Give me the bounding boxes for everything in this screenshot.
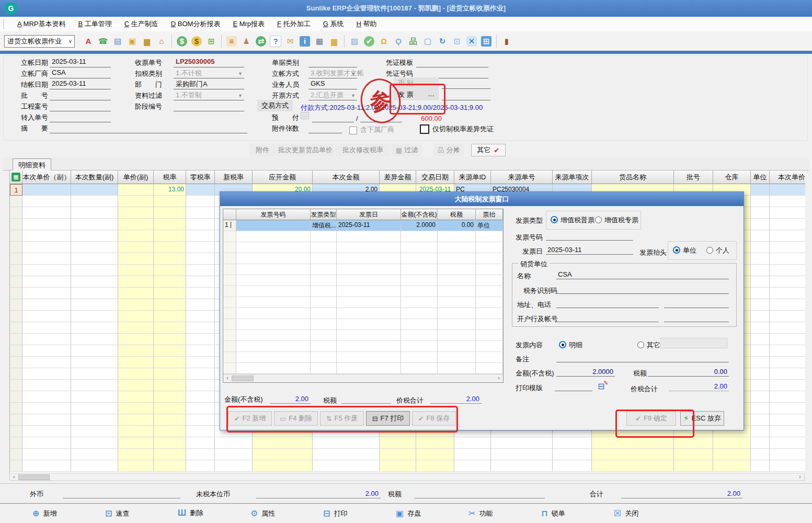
delete-button[interactable]: Ш删除: [178, 508, 203, 518]
f5-button[interactable]: ⇅F5 作废: [320, 411, 364, 426]
bank-input[interactable]: [556, 313, 659, 322]
column-header[interactable]: 发票号码: [236, 209, 311, 220]
module-select[interactable]: 进货立帐收票作业 ∨: [4, 35, 75, 48]
spellcheck-icon[interactable]: A: [81, 35, 96, 48]
monitor-icon[interactable]: ▢: [420, 35, 435, 48]
f2-button[interactable]: ✔F2 新增: [228, 411, 272, 426]
column-header[interactable]: 来源单ID: [454, 170, 491, 184]
project-no-input[interactable]: [50, 101, 111, 111]
menu-item-H[interactable]: H 帮助: [350, 19, 383, 29]
detail-grid-hscrollbar[interactable]: ‹ ›: [9, 473, 805, 481]
radio-vat-special[interactable]: 增值税专票: [595, 215, 638, 225]
menu-item-F[interactable]: F 托外加工: [271, 19, 317, 29]
cart-icon[interactable]: ⊞: [204, 35, 219, 48]
data-filter-select[interactable]: 1.不管制▼: [174, 90, 244, 100]
calculator-icon[interactable]: ▦: [312, 35, 327, 48]
bell-icon[interactable]: Ω: [376, 35, 391, 48]
cascade-icon[interactable]: ⊡: [450, 35, 464, 48]
cell[interactable]: [22, 184, 71, 196]
cell[interactable]: 1: [223, 220, 236, 231]
column-header[interactable]: 本次金额: [313, 170, 380, 184]
invoice-button[interactable]: 发 票…: [394, 89, 439, 100]
account-input[interactable]: [664, 313, 729, 322]
cell[interactable]: 13.00: [154, 184, 186, 196]
post-date-input[interactable]: 2025-03-11: [50, 58, 111, 67]
menu-item-C[interactable]: C 生产制造: [118, 19, 165, 29]
batch-modify-tax-button[interactable]: 批次修改税率: [335, 144, 391, 156]
scroll-left-icon[interactable]: ‹: [224, 374, 231, 381]
column-header[interactable]: 来源单号: [491, 170, 553, 184]
close-button[interactable]: ☒关闭: [614, 508, 638, 518]
invoice-no-input[interactable]: [546, 232, 633, 241]
print-template-input[interactable]: [555, 382, 592, 391]
menu-item-E[interactable]: E Mrp报表: [226, 19, 271, 29]
new-button[interactable]: ⊕新增: [32, 508, 56, 518]
currency-input[interactable]: [442, 79, 490, 89]
other-button[interactable]: 其它✔: [471, 144, 506, 156]
invoice-grid-hscrollbar[interactable]: ‹›: [223, 374, 503, 382]
phone-icon[interactable]: ☎: [96, 35, 110, 48]
tax-diff-checkbox[interactable]: [420, 124, 429, 134]
menu-item-G[interactable]: G 系统: [317, 19, 350, 29]
voucher-template-input[interactable]: [416, 58, 488, 67]
sitemap-icon[interactable]: 品: [406, 35, 420, 48]
salesperson-input[interactable]: GKS: [308, 79, 357, 89]
post-mode-select[interactable]: 3.收到发票才立帐▼: [308, 69, 357, 78]
doc-type-input[interactable]: [308, 58, 357, 67]
cell[interactable]: 2.0000: [401, 220, 438, 231]
excel-export-icon[interactable]: ▦: [10, 170, 22, 184]
cell[interactable]: 增值税…: [311, 220, 337, 231]
chevron-down-icon[interactable]: ∨: [68, 38, 74, 44]
remark-input[interactable]: [556, 354, 729, 362]
column-header[interactable]: 交易日期: [416, 170, 454, 184]
column-header[interactable]: 发票日: [337, 209, 401, 220]
column-header[interactable]: 批号: [674, 170, 713, 184]
scroll-right-icon[interactable]: ›: [796, 473, 804, 480]
cell[interactable]: 2025-03-11: [337, 220, 401, 231]
cell[interactable]: [186, 184, 215, 196]
panel-tax-input[interactable]: 0.00: [648, 368, 729, 377]
search-icon[interactable]: Ϙ: [391, 35, 406, 48]
menu-item-D[interactable]: D BOM分析报表: [165, 19, 227, 29]
f7-button[interactable]: ⊟F7 打印: [366, 411, 410, 426]
attachment-button[interactable]: 附件: [249, 144, 276, 156]
exit-door-icon[interactable]: ▮: [499, 35, 514, 48]
receipt-no-input[interactable]: LP25030005: [174, 58, 244, 67]
help-doc-icon[interactable]: ?: [268, 35, 283, 48]
restore-icon[interactable]: ⊞: [479, 35, 494, 48]
tax-type-select[interactable]: 1.不计税▼: [174, 69, 244, 78]
column-header[interactable]: 来源单项次: [553, 170, 592, 184]
vendor-input[interactable]: CSA: [50, 69, 111, 78]
cell[interactable]: [118, 184, 154, 196]
stage-no-input[interactable]: [174, 101, 244, 111]
scroll-thumb[interactable]: [18, 474, 50, 480]
phone-input[interactable]: [664, 299, 729, 308]
refresh-icon[interactable]: ↻: [435, 35, 450, 48]
radio-content-detail[interactable]: 明细: [559, 340, 582, 350]
column-header[interactable]: [223, 209, 236, 220]
column-header[interactable]: 单位: [751, 170, 770, 184]
summary-input[interactable]: [50, 123, 247, 133]
column-header[interactable]: 本次单价: [770, 170, 805, 184]
esc-cancel-button[interactable]: ⚡ESC 放弃: [680, 411, 724, 426]
batch-update-price-button[interactable]: 批次更新货品单价: [277, 144, 334, 156]
lock-icon[interactable]: ▣: [125, 35, 140, 48]
f9-confirm-button[interactable]: ✔F9 确定: [626, 411, 676, 426]
cell[interactable]: 1: [10, 184, 22, 196]
column-header[interactable]: 零税率: [186, 170, 215, 184]
column-header[interactable]: 本次数量(副): [71, 170, 118, 184]
split-button[interactable]: 品分摊: [433, 144, 464, 156]
home-icon[interactable]: ⌂: [154, 35, 169, 48]
cell[interactable]: [236, 220, 311, 231]
column-header[interactable]: 单价(副): [118, 170, 154, 184]
close-date-input[interactable]: 2025-03-11: [50, 79, 111, 89]
invoice-input[interactable]: [442, 90, 490, 100]
computer-icon[interactable]: ▤: [110, 35, 125, 48]
currency-button[interactable]: 币 别…: [394, 77, 439, 89]
cell[interactable]: [751, 184, 770, 196]
prepay-input-2[interactable]: [360, 112, 402, 122]
dollar-coin-icon[interactable]: $: [175, 35, 189, 48]
scroll-thumb[interactable]: [232, 376, 254, 381]
tab-detail[interactable]: 明细资料: [13, 158, 51, 172]
trade-mode-button[interactable]: 交易方式: [257, 100, 293, 111]
